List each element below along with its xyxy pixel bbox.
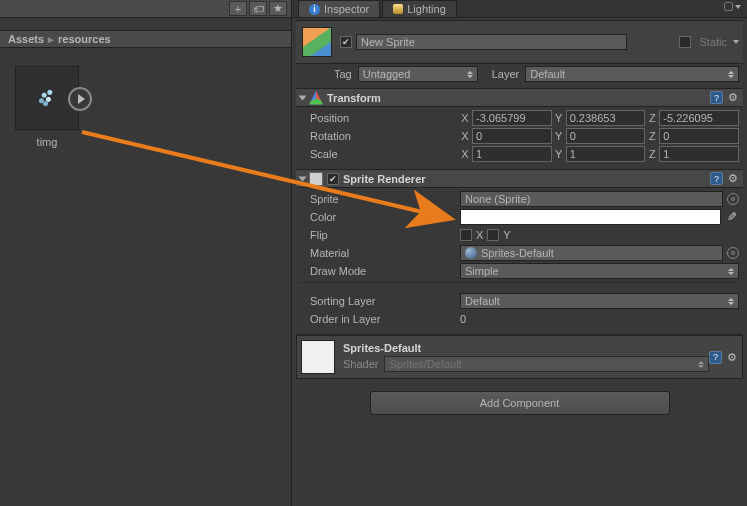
scale-label: Scale <box>300 148 460 160</box>
rotation-row: Rotation X0 Y0 Z0 <box>300 127 739 145</box>
rotation-y-field[interactable]: 0 <box>566 128 646 144</box>
sorting-layer-label: Sorting Layer <box>300 295 460 307</box>
eyedropper-icon[interactable] <box>725 210 739 224</box>
sprite-field[interactable]: None (Sprite) <box>460 191 723 207</box>
flip-y-checkbox[interactable] <box>487 229 499 241</box>
gear-icon[interactable] <box>727 173 739 185</box>
scale-y-field[interactable]: 1 <box>566 146 646 162</box>
lock-icon[interactable] <box>724 2 733 11</box>
static-label: Static <box>699 36 727 48</box>
tag-dropdown[interactable]: Untagged <box>358 66 478 82</box>
shader-dropdown[interactable]: Sprites/Default <box>384 356 709 372</box>
drawmode-dropdown[interactable]: Simple <box>460 263 739 279</box>
toolbar-tag-icon[interactable]: 🏷 <box>249 1 267 16</box>
rotation-label: Rotation <box>300 130 460 142</box>
scale-row: Scale X1 Y1 Z1 <box>300 145 739 163</box>
object-picker-icon[interactable] <box>727 247 739 259</box>
tab-lighting-label: Lighting <box>407 3 446 15</box>
sprite-renderer-component: Sprite Renderer ? Sprite None (Sprite) C… <box>296 169 743 334</box>
gear-icon[interactable] <box>726 351 738 363</box>
info-icon: i <box>309 4 320 15</box>
panel-menu-icon[interactable] <box>735 5 741 9</box>
transform-header[interactable]: Transform ? <box>296 89 743 107</box>
tag-label: Tag <box>334 68 352 80</box>
panel-controls <box>724 2 741 11</box>
inspector-tabbar: i Inspector Lighting <box>292 0 747 18</box>
tag-layer-row: Tag Untagged Layer Default <box>296 64 743 88</box>
material-ball-icon <box>465 247 477 259</box>
transform-axes-icon <box>309 91 323 105</box>
transform-title: Transform <box>327 92 381 104</box>
tab-inspector-label: Inspector <box>324 3 369 15</box>
transform-component: Transform ? Position X-3.065799 Y0.23865… <box>296 88 743 169</box>
material-header[interactable]: Sprites-Default Shader Sprites/Default ? <box>296 335 743 379</box>
gameobject-header: New Sprite Static <box>296 20 743 64</box>
sprite-component-icon <box>309 172 323 186</box>
layer-label: Layer <box>492 68 520 80</box>
add-component-button[interactable]: Add Component <box>370 391 670 415</box>
help-icon[interactable]: ? <box>710 172 723 185</box>
drawmode-label: Draw Mode <box>300 265 460 277</box>
assets-grid[interactable]: timg <box>0 48 291 506</box>
sprite-renderer-header[interactable]: Sprite Renderer ? <box>296 170 743 188</box>
gameobject-icon[interactable] <box>302 27 332 57</box>
toolbar-plus-icon[interactable]: + <box>229 1 247 16</box>
toolbar-star-icon[interactable]: ★ <box>269 1 287 16</box>
material-preview-icon <box>301 340 335 374</box>
help-icon[interactable]: ? <box>710 91 723 104</box>
flip-x-checkbox[interactable] <box>460 229 472 241</box>
position-row: Position X-3.065799 Y0.238653 Z-5.226095 <box>300 109 739 127</box>
active-checkbox[interactable] <box>340 36 352 48</box>
tab-inspector[interactable]: i Inspector <box>298 0 380 17</box>
asset-item[interactable]: timg <box>14 66 80 148</box>
scale-z-field[interactable]: 1 <box>659 146 739 162</box>
sprite-renderer-enabled-checkbox[interactable] <box>327 173 339 185</box>
sprite-renderer-title: Sprite Renderer <box>343 173 426 185</box>
help-icon[interactable]: ? <box>709 351 722 364</box>
object-picker-icon[interactable] <box>727 193 739 205</box>
shader-label: Shader <box>343 358 378 370</box>
app-root: + 🏷 ★ Assets ▸ resources timg i Inspect <box>0 0 747 506</box>
inspector-body: New Sprite Static Tag Untagged Layer Def… <box>292 18 747 506</box>
breadcrumb[interactable]: Assets ▸ resources <box>0 30 291 48</box>
asset-name: timg <box>37 136 58 148</box>
inspector-panel: i Inspector Lighting New Sprite <box>292 0 747 506</box>
position-y-field[interactable]: 0.238653 <box>566 110 646 126</box>
sun-icon <box>393 4 403 14</box>
project-panel: + 🏷 ★ Assets ▸ resources timg <box>0 0 292 506</box>
color-label: Color <box>300 211 460 223</box>
position-label: Position <box>300 112 460 124</box>
material-label: Material <box>300 247 460 259</box>
foldout-icon[interactable] <box>299 176 307 181</box>
static-checkbox[interactable] <box>679 36 691 48</box>
order-in-layer-field[interactable]: 0 <box>460 313 739 325</box>
project-toolbar: + 🏷 ★ <box>0 0 291 18</box>
sparkle-preview-icon <box>33 84 61 112</box>
sprite-label: Sprite <box>300 193 460 205</box>
position-x-field[interactable]: -3.065799 <box>472 110 552 126</box>
rotation-z-field[interactable]: 0 <box>659 128 739 144</box>
color-field[interactable] <box>460 209 721 225</box>
static-dropdown-icon[interactable] <box>733 40 739 44</box>
foldout-icon[interactable] <box>299 95 307 100</box>
layer-dropdown[interactable]: Default <box>525 66 739 82</box>
gear-icon[interactable] <box>727 92 739 104</box>
flip-label: Flip <box>300 229 460 241</box>
rotation-x-field[interactable]: 0 <box>472 128 552 144</box>
tab-lighting[interactable]: Lighting <box>382 0 457 17</box>
chevron-right-icon: ▸ <box>48 33 54 46</box>
name-field[interactable]: New Sprite <box>356 34 627 50</box>
scale-x-field[interactable]: 1 <box>472 146 552 162</box>
order-in-layer-label: Order in Layer <box>300 313 460 325</box>
breadcrumb-root[interactable]: Assets <box>8 33 44 45</box>
breadcrumb-folder[interactable]: resources <box>58 33 111 45</box>
material-section: Sprites-Default Shader Sprites/Default ? <box>296 334 743 379</box>
sorting-layer-dropdown[interactable]: Default <box>460 293 739 309</box>
play-icon[interactable] <box>68 87 92 111</box>
material-name: Sprites-Default <box>343 342 709 354</box>
position-z-field[interactable]: -5.226095 <box>659 110 739 126</box>
material-field[interactable]: Sprites-Default <box>460 245 723 261</box>
asset-thumbnail[interactable] <box>15 66 79 130</box>
